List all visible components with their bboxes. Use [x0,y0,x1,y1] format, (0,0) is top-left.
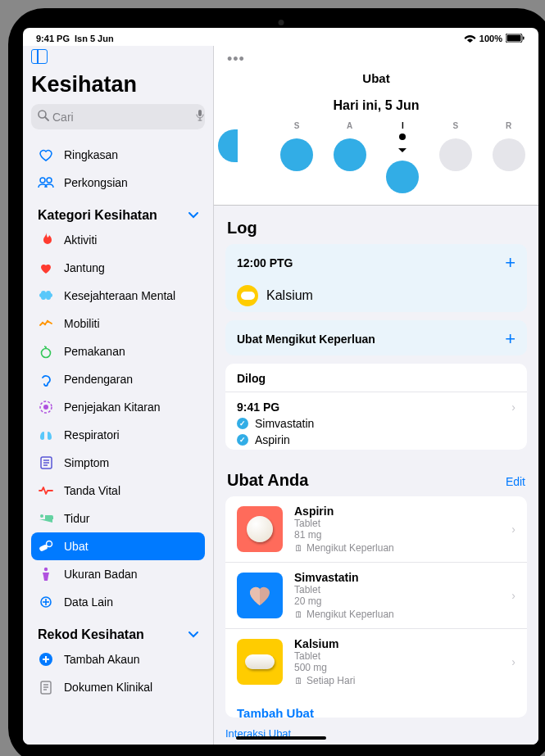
pills-icon [38,538,54,555]
sidebar-item-doc[interactable]: Dokumen Klinikal [31,673,205,701]
your-meds-card: Aspirin Tablet 81 mg 🗓Mengikut Keperluan… [225,496,527,718]
med-tile-icon [237,506,283,552]
logged-entry[interactable]: 9:41 PG ✓Simvastatin✓Aspirin › [225,392,527,450]
sidebar-item-pills[interactable]: Ubat [31,532,205,560]
med-dose: 20 mg [294,595,500,607]
brain-icon [38,287,54,304]
add-log-button[interactable]: + [505,252,515,274]
day-column[interactable]: I [382,121,423,193]
sidebar-item-label: Perkongsian [64,176,128,189]
logged-med-item: ✓Simvastatin [237,417,511,430]
svg-point-19 [47,541,52,547]
day-column[interactable]: S [435,121,476,193]
sidebar-item-bed[interactable]: Tidur [31,505,205,532]
day-column[interactable]: S [276,121,317,193]
your-meds-header: Ubat Anda Edit [214,458,538,496]
add-med-button[interactable]: Tambah Ubat [225,695,527,718]
med-name: Aspirin [294,505,500,518]
sidebar-item-flame[interactable]: Aktiviti [31,226,205,254]
sidebar-item-apple[interactable]: Pemakanan [31,337,205,365]
flame-icon [38,232,54,248]
chevron-right-icon: › [511,655,515,668]
sidebar-item-brain[interactable]: Kesejahteraan Mental [31,282,205,310]
svg-point-9 [44,324,46,325]
sidebar-item-label: Aktiviti [64,233,97,247]
more-icon[interactable]: ••• [214,49,538,70]
sidebar-item-list[interactable]: Simptom [31,449,205,477]
sidebar-item-heart[interactable]: Jantung [31,254,205,282]
sidebar-item-body[interactable]: Ukuran Badan [31,560,205,588]
sidebar-item-walk[interactable]: Mobiliti [31,310,205,337]
mic-icon[interactable] [196,110,204,124]
day-label: I [402,121,404,130]
sidebar-item-cycle[interactable]: Penjejakan Kitaran [31,393,205,421]
day-circle [493,138,525,171]
add-as-needed-button[interactable]: + [505,328,515,350]
search-box[interactable] [31,104,205,129]
svg-line-4 [45,117,48,120]
med-item[interactable]: Aspirin Tablet 81 mg 🗓Mengikut Keperluan… [225,496,527,563]
toggle-sidebar-icon[interactable] [31,49,48,64]
med-dose: 81 mg [294,529,500,541]
ear-icon [38,371,54,387]
svg-rect-1 [507,34,521,41]
categories-header[interactable]: Kategori Kesihatan [31,197,205,226]
calendar-icon: 🗓 [294,676,303,686]
sidebar-item-label: Ringkasan [64,148,118,161]
lungs-icon [38,427,54,443]
log-card[interactable]: 12:00 PTG + Kalsium [225,244,527,312]
interactions-link[interactable]: Interaksi Ubat [214,726,538,745]
check-icon: ✓ [237,434,248,446]
svg-rect-5 [198,110,202,116]
svg-point-10 [47,320,48,322]
day-column[interactable]: A [329,121,370,193]
people-icon [38,174,54,191]
walk-icon [38,315,54,332]
sidebar-item-label: Ubat [64,540,89,553]
sidebar-item-label: Mobiliti [64,317,100,330]
main-content: ••• Ubat Hari ini, 5 Jun SAISR Log 12:00… [213,46,538,745]
sidebar-item-ear[interactable]: Pendengaran [31,365,205,393]
med-schedule: 🗓Setiap Hari [294,675,500,686]
cycle-icon [38,399,54,415]
app-title: Kesihatan [31,72,205,97]
med-name: Kalsium [294,637,500,650]
sidebar-item-vital[interactable]: Tanda Vital [31,477,205,505]
log-time: 12:00 PTG [237,256,293,269]
log-section-title: Log [214,206,538,244]
chevron-right-icon: › [511,589,515,602]
week-row[interactable]: SAISR [214,113,538,205]
edit-button[interactable]: Edit [506,475,525,488]
sidebar-item-other[interactable]: Data Lain [31,588,205,616]
battery-pct: 100% [479,34,502,43]
sidebar-item-lungs[interactable]: Respiratori [31,421,205,449]
sidebar-item-plus-circle[interactable]: Tambah Akaun [31,645,205,673]
logged-med-item: ✓Aspirin [237,433,511,446]
med-item[interactable]: Simvastatin Tablet 20 mg 🗓Mengikut Keper… [225,563,527,629]
med-item[interactable]: Kalsium Tablet 500 mg 🗓Setiap Hari › [225,629,527,695]
day-label: S [294,121,300,130]
med-schedule: 🗓Mengikut Keperluan [294,542,500,554]
sidebar-item-label: Tanda Vital [64,484,120,497]
chevron-down-icon [188,629,198,641]
records-header[interactable]: Rekod Kesihatan [31,616,205,645]
search-input[interactable] [52,111,196,124]
sidebar-item-label: Pemakanan [64,345,125,358]
med-schedule: 🗓Mengikut Keperluan [294,609,500,620]
med-form: Tablet [294,584,500,595]
sidebar-item-label: Jantung [64,261,105,274]
as-needed-label: Ubat Mengikut Keperluan [237,333,375,346]
day-column[interactable] [223,121,264,193]
sidebar-item-summary[interactable]: Ringkasan [31,141,205,169]
calendar-icon: 🗓 [294,543,303,553]
doc-icon [38,679,54,695]
day-circle [386,161,419,193]
day-column[interactable]: R [488,121,529,193]
as-needed-card[interactable]: Ubat Mengikut Keperluan + [225,320,527,355]
sidebar-item-sharing[interactable]: Perkongsian [31,169,205,197]
home-indicator[interactable] [236,736,326,740]
logged-time: 9:41 PG [237,401,511,414]
status-time: 9:41 PG [36,34,70,43]
svg-point-11 [42,348,51,357]
vital-icon [38,482,54,499]
